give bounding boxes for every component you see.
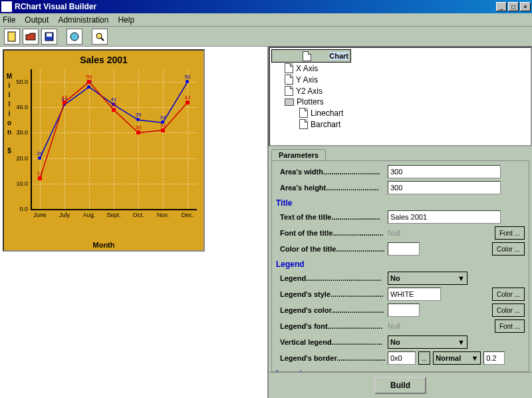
- data-label: 20: [37, 150, 43, 156]
- button-title-color[interactable]: Color ...: [492, 242, 525, 256]
- chart-ylabel: Million $: [5, 72, 13, 156]
- svg-line-15: [114, 110, 138, 132]
- new-button[interactable]: [4, 29, 20, 45]
- tree-item-plotters[interactable]: Plotters: [271, 97, 529, 107]
- input-border-val[interactable]: [388, 351, 416, 365]
- label-legend-border: Legend's border........................: [276, 354, 388, 362]
- ytick: 30.0: [16, 129, 28, 136]
- section-title: Title: [276, 198, 525, 208]
- svg-line-8: [89, 87, 114, 105]
- datapoint: [38, 156, 41, 160]
- datapoint: [136, 130, 140, 134]
- tree-item-label: Linechart: [311, 108, 343, 118]
- input-legend-style[interactable]: [388, 288, 441, 301]
- datapoint: [161, 128, 165, 132]
- input-area-width[interactable]: [388, 165, 501, 178]
- ytick: 10.0: [16, 180, 28, 187]
- svg-line-10: [138, 120, 163, 122]
- button-border-picker[interactable]: ...: [418, 351, 430, 365]
- maximize-button[interactable]: □: [508, 2, 519, 11]
- svg-line-12: [40, 102, 65, 179]
- data-label: 30: [136, 124, 142, 130]
- input-title-text[interactable]: [388, 210, 501, 224]
- menu-administration[interactable]: Administration: [58, 15, 108, 25]
- window-title: RChart Visual Builder: [15, 2, 495, 11]
- open-button[interactable]: [23, 29, 39, 45]
- datapoint: [186, 100, 190, 104]
- data-label: 35: [136, 112, 142, 118]
- swatch-legend-color[interactable]: [388, 303, 420, 317]
- data-label: 50: [86, 74, 92, 80]
- label-legend-color: Legend's color..........................: [276, 306, 388, 314]
- title-font-null: Null: [388, 229, 421, 237]
- chevron-down-icon: ▼: [471, 354, 478, 362]
- tree-item-y-axis[interactable]: Y Axis: [271, 74, 529, 85]
- button-legend-color[interactable]: Color ...: [492, 303, 525, 317]
- button-legend-font[interactable]: Font ...: [495, 319, 525, 333]
- select-vertical-legend[interactable]: No▼: [388, 335, 467, 349]
- button-title-font[interactable]: Font ...: [495, 226, 525, 240]
- ytick: 0.0: [19, 206, 28, 212]
- label-legend-font: Legend's font...........................: [276, 322, 388, 330]
- object-tree[interactable]: ChartX AxisY AxisY2 AxisPlottersLinechar…: [269, 47, 532, 146]
- button-legend-style-color[interactable]: Color ...: [492, 288, 525, 301]
- tree-item-label: Plotters: [297, 97, 324, 106]
- tree-item-linechart[interactable]: Linechart: [271, 107, 529, 118]
- tree-item-label: Barchart: [311, 120, 340, 129]
- ytick: 40.0: [16, 104, 28, 110]
- titlebar: RChart Visual Builder _ □ ×: [0, 0, 532, 13]
- chart-title: Sales 2001: [4, 55, 203, 65]
- legend-font-null: Null: [388, 322, 421, 330]
- datapoint: [87, 85, 90, 89]
- label-legend: Legend..................................…: [276, 274, 388, 282]
- data-label: 50: [185, 74, 191, 80]
- select-legend[interactable]: No▼: [388, 272, 467, 285]
- svg-line-5: [101, 38, 104, 41]
- svg-line-17: [163, 102, 188, 130]
- label-title-color: Color of the title......................…: [276, 245, 388, 253]
- swatch-title-color[interactable]: [388, 242, 420, 256]
- menu-help[interactable]: Help: [118, 15, 134, 25]
- input-area-height[interactable]: [388, 181, 501, 194]
- datapoint: [63, 100, 66, 104]
- select-border-style[interactable]: Normal▼: [433, 351, 481, 365]
- folder-icon: [285, 99, 294, 106]
- build-button[interactable]: Build: [374, 377, 426, 394]
- tree-item-chart[interactable]: Chart: [271, 49, 351, 63]
- menu-output[interactable]: Output: [25, 15, 49, 25]
- right-pane: ChartX AxisY AxisY2 AxisPlottersLinechar…: [269, 47, 532, 398]
- tree-item-barchart[interactable]: Barchart: [271, 118, 529, 130]
- save-button[interactable]: [41, 29, 57, 45]
- svg-point-4: [96, 33, 102, 39]
- data-label: 31: [160, 122, 166, 128]
- svg-line-7: [65, 87, 89, 105]
- datapoint: [112, 108, 116, 112]
- preview-button[interactable]: [92, 29, 108, 45]
- xtick: Sept.: [106, 212, 120, 218]
- minimize-button[interactable]: _: [496, 2, 507, 11]
- menu-file[interactable]: File: [3, 15, 15, 25]
- tree-item-label: Chart: [329, 52, 348, 60]
- xtick: Oct.: [133, 212, 144, 218]
- tree-item-label: Y2 Axis: [296, 87, 323, 96]
- data-label: 42: [62, 95, 68, 100]
- xtick: Nov.: [157, 212, 169, 218]
- xtick: Aug.: [83, 212, 96, 218]
- tree-item-x-axis[interactable]: X Axis: [271, 63, 529, 74]
- tree-item-y2-axis[interactable]: Y2 Axis: [271, 85, 529, 97]
- svg-rect-0: [8, 32, 15, 41]
- svg-line-11: [163, 82, 188, 122]
- parameters-panel[interactable]: Area's width............................…: [271, 160, 529, 372]
- document-icon: [285, 63, 293, 73]
- tab-parameters[interactable]: Parameters: [271, 149, 326, 160]
- browser-button[interactable]: [66, 29, 82, 45]
- xtick: June: [33, 212, 47, 218]
- close-button[interactable]: ×: [520, 2, 531, 11]
- datapoint: [186, 80, 189, 83]
- document-icon: [299, 108, 308, 118]
- label-title-font: Font of the title.......................…: [276, 229, 388, 237]
- svg-point-3: [70, 33, 78, 41]
- svg-line-14: [89, 82, 114, 110]
- input-border-width[interactable]: [483, 351, 505, 365]
- chart-plot-area: 0.010.020.030.040.050.0JuneJulyAug.Sept.…: [31, 69, 197, 229]
